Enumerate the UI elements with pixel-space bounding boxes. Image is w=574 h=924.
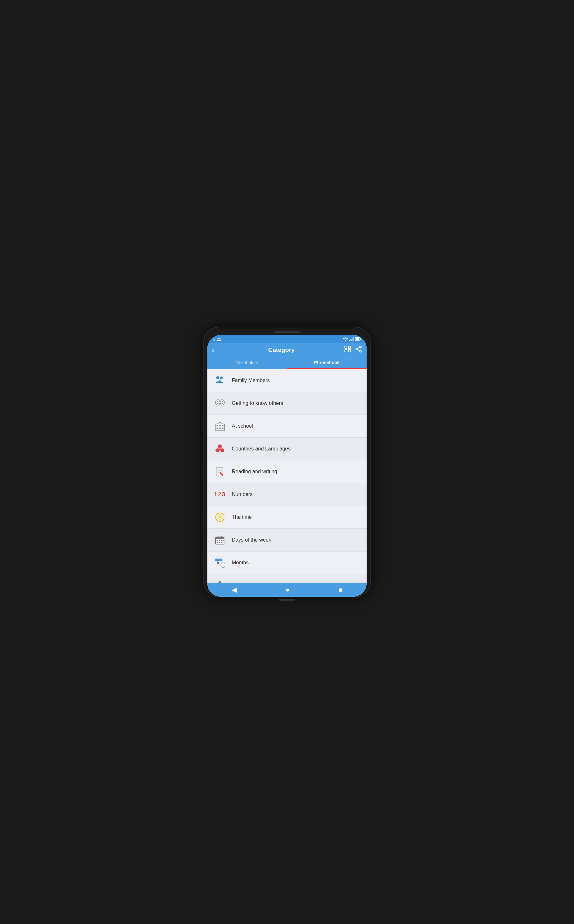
list-item[interactable]: The time — [207, 506, 367, 529]
days-of-week-label: Days of the week — [232, 537, 271, 543]
svg-point-14 — [356, 349, 358, 350]
status-icons — [343, 337, 361, 342]
svg-rect-4 — [353, 337, 354, 341]
svg-text:○: ○ — [217, 405, 218, 407]
svg-point-21 — [219, 400, 224, 405]
phone-speaker — [274, 331, 300, 333]
the-time-label: The time — [232, 514, 252, 520]
getting-to-know-label: Getting to know others — [232, 401, 283, 406]
grid-icon[interactable] — [344, 346, 351, 354]
share-icon[interactable] — [355, 346, 362, 354]
svg-point-23 — [219, 401, 219, 402]
days-of-week-icon — [213, 533, 227, 547]
svg-point-18 — [220, 376, 223, 379]
svg-rect-34 — [222, 427, 224, 429]
svg-rect-8 — [345, 346, 347, 349]
svg-rect-33 — [219, 427, 221, 429]
top-bar: ‹ Category — [207, 343, 367, 357]
status-bar: 3:22 — [207, 335, 367, 343]
svg-rect-52 — [216, 537, 224, 539]
countries-languages-label: Countries and Languages — [232, 446, 290, 452]
countries-languages-icon — [213, 442, 227, 456]
svg-rect-9 — [348, 346, 350, 349]
battery-icon — [355, 337, 361, 342]
svg-point-24 — [220, 401, 221, 402]
nav-back-button[interactable]: ◀ — [232, 586, 237, 594]
svg-rect-57 — [221, 540, 222, 541]
numbers-icon: 123 — [213, 488, 227, 501]
svg-rect-7 — [360, 338, 361, 340]
months-icon: 9 — [213, 556, 227, 569]
svg-line-15 — [358, 347, 360, 349]
list-item[interactable]: 123 Numbers — [207, 483, 367, 506]
signal-icon — [349, 337, 354, 342]
svg-point-25 — [222, 401, 223, 402]
svg-text:9: 9 — [217, 561, 219, 565]
list-item[interactable]: Activities — [207, 574, 367, 583]
tab-vocabulary[interactable]: Vocabulary — [207, 357, 287, 369]
getting-to-know-icon: ○ ○ — [213, 396, 227, 410]
activities-icon — [213, 579, 227, 583]
svg-rect-60 — [221, 542, 222, 543]
svg-rect-63 — [215, 559, 222, 561]
status-time: 3:22 — [213, 337, 221, 342]
svg-text:○: ○ — [221, 405, 222, 407]
svg-rect-32 — [217, 427, 218, 429]
svg-rect-55 — [217, 540, 218, 541]
svg-point-22 — [217, 401, 218, 402]
the-time-icon — [213, 511, 227, 524]
bottom-nav: ◀ ● ■ — [207, 583, 367, 597]
list-item[interactable]: Reading and writing — [207, 460, 367, 483]
svg-rect-61 — [223, 540, 224, 541]
svg-rect-2 — [350, 339, 352, 341]
svg-rect-56 — [219, 540, 220, 541]
svg-rect-30 — [219, 425, 221, 426]
svg-line-16 — [358, 349, 360, 350]
svg-rect-29 — [217, 425, 218, 426]
top-icons — [344, 346, 362, 354]
phone-screen: 3:22 — [207, 335, 367, 597]
svg-rect-6 — [356, 338, 359, 340]
at-school-icon — [213, 420, 227, 433]
svg-point-12 — [360, 346, 361, 348]
list-item[interactable]: At school — [207, 415, 367, 438]
svg-rect-10 — [345, 350, 347, 352]
svg-point-19 — [219, 380, 221, 383]
family-members-label: Family Members — [232, 378, 270, 383]
category-list: Family Members ○ — [207, 369, 367, 583]
list-item[interactable]: ○ ○ Getting to know others — [207, 392, 367, 415]
back-button[interactable]: ‹ — [212, 346, 214, 354]
svg-rect-58 — [217, 542, 218, 543]
svg-point-17 — [216, 376, 219, 379]
list-item[interactable]: Family Members — [207, 369, 367, 392]
svg-rect-59 — [219, 542, 220, 543]
nav-recent-button[interactable]: ■ — [338, 586, 342, 594]
svg-rect-11 — [348, 350, 350, 352]
svg-rect-1 — [349, 340, 350, 341]
months-label: Months — [232, 560, 249, 566]
reading-writing-icon — [213, 465, 227, 478]
at-school-label: At school — [232, 423, 253, 429]
page-title: Category — [219, 347, 344, 354]
phone-frame: 3:22 — [203, 327, 371, 597]
svg-rect-3 — [352, 338, 353, 341]
wifi-icon — [343, 337, 348, 342]
family-members-icon — [213, 374, 227, 387]
svg-point-0 — [345, 340, 346, 341]
tab-phrasebook[interactable]: Phrasebook — [287, 357, 367, 369]
list-item[interactable]: Countries and Languages — [207, 438, 367, 460]
tab-bar: Vocabulary Phrasebook — [207, 357, 367, 369]
list-item[interactable]: 9 Months — [207, 552, 367, 574]
reading-writing-label: Reading and writing — [232, 469, 277, 475]
numbers-label: Numbers — [232, 492, 253, 497]
list-item[interactable]: Days of the week — [207, 529, 367, 552]
svg-rect-31 — [222, 425, 224, 426]
svg-point-13 — [360, 350, 361, 352]
phone-home-button — [279, 599, 295, 600]
svg-rect-28 — [215, 424, 224, 431]
nav-home-button[interactable]: ● — [285, 586, 289, 594]
